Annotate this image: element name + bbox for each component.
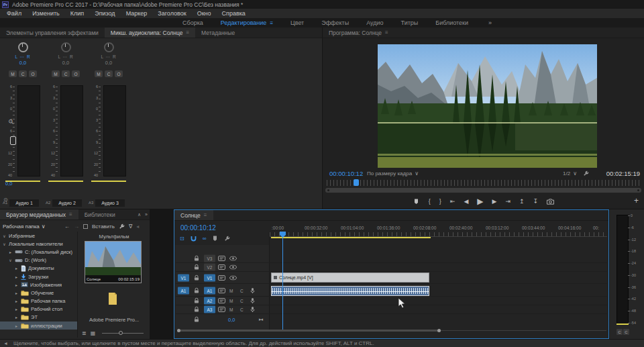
fader-handle[interactable]	[10, 136, 16, 145]
track-target-v3[interactable]: V3	[204, 255, 215, 262]
add-marker-button[interactable]	[413, 199, 420, 205]
play-button[interactable]: ▶	[477, 197, 483, 205]
workspace-tab[interactable]: Аудио	[366, 19, 383, 26]
menu-item[interactable]: Заголовок	[152, 10, 191, 17]
thumbnail-size-slider[interactable]	[102, 333, 144, 334]
collapse-icon[interactable]: ∧	[138, 212, 141, 217]
lock-icon[interactable]	[194, 256, 199, 262]
workspace-tab[interactable]: Сборка	[182, 19, 203, 26]
panel-menu-icon[interactable]: ≡	[186, 30, 189, 36]
tree-item[interactable]: ▸Рабочая папка	[0, 297, 77, 305]
tree-chevron-icon[interactable]: ▸	[8, 250, 13, 254]
timeline-video-clip[interactable]: Солнце.mp4 [V]	[271, 272, 429, 283]
playback-resolution-select[interactable]: 1/2∨	[563, 170, 577, 177]
tree-item[interactable]: ▸C: (Локальный диск)	[0, 248, 77, 256]
program-scrollbar[interactable]	[325, 188, 641, 193]
mute-button[interactable]: М	[229, 299, 233, 303]
workspace-tab[interactable]: Цвет	[290, 19, 304, 26]
folder-item-icon[interactable]	[107, 292, 118, 305]
channel-name-box[interactable]: Аудио 3	[95, 199, 125, 207]
panel-edge-icon[interactable]: ◂	[136, 224, 139, 230]
track-target-a2[interactable]: A2	[204, 297, 215, 305]
nest-toggle-icon[interactable]: ⊡	[180, 236, 184, 242]
channel-name-box[interactable]: Аудио 1	[9, 199, 39, 207]
tree-chevron-icon[interactable]: ▸	[14, 299, 19, 303]
linked-selection-icon[interactable]: ∞	[203, 236, 207, 242]
track-target-v1[interactable]: V1	[204, 274, 215, 281]
mute-button[interactable]: М	[229, 307, 233, 312]
channel-button[interactable]: М	[95, 70, 103, 77]
lock-icon[interactable]	[194, 288, 199, 294]
track-target-a1[interactable]: A1	[204, 287, 215, 295]
tree-item[interactable]: ▸Обучение	[0, 289, 77, 297]
panel-menu-icon[interactable]: ≡	[204, 212, 207, 218]
tree-chevron-icon[interactable]: ▸	[14, 324, 19, 328]
timeline-ruler[interactable]: :00:0000:00:32:0000:01:04:0000:01:36:000…	[270, 226, 607, 232]
tree-chevron-icon[interactable]: ▸	[14, 266, 19, 270]
mixer-tab[interactable]: Микш. аудиоклипа: Солнце≡	[105, 28, 195, 38]
tree-item[interactable]: ▸ЭТ	[0, 313, 77, 321]
workspace-tab[interactable]: Титры	[401, 19, 419, 26]
timeline-ruler-ticks[interactable]	[270, 232, 607, 237]
mixer-settings-icon[interactable]: ⊙	[3, 197, 8, 203]
menu-item[interactable]: Изменить	[27, 10, 65, 17]
sync-lock-icon[interactable]	[218, 256, 225, 261]
channel-button[interactable]: С	[105, 70, 113, 77]
lock-icon[interactable]	[194, 317, 199, 323]
sync-lock-icon[interactable]	[218, 275, 225, 281]
tree-item[interactable]: ∨Локальные накопители	[0, 240, 77, 248]
program-current-timecode[interactable]: 00:00:10:12	[329, 170, 363, 177]
mixer-tab[interactable]: Метаданные	[195, 28, 241, 38]
button-editor-add-icon[interactable]: +	[634, 196, 639, 205]
channel-button[interactable]: О	[29, 70, 37, 77]
tree-item[interactable]: ▸Загрузки	[0, 272, 77, 281]
pan-value[interactable]: 0,0	[90, 60, 127, 66]
master-gain-value[interactable]: 0,0	[228, 317, 235, 323]
channel-name-box[interactable]: Аудио 2	[52, 199, 82, 207]
export-frame-button[interactable]	[547, 199, 554, 205]
sync-lock-icon[interactable]	[218, 288, 225, 293]
panel-menu-icon[interactable]: ≡	[385, 30, 388, 36]
menu-item[interactable]: Клип	[65, 10, 89, 17]
status-back-icon[interactable]: ◄	[3, 341, 8, 346]
source-patch-v1[interactable]: V1	[178, 274, 189, 281]
timeline-settings-icon[interactable]	[224, 236, 230, 242]
overflow-icon[interactable]: »	[145, 212, 148, 217]
lock-icon[interactable]	[194, 264, 199, 270]
tree-item[interactable]: ▸Документы	[0, 264, 77, 272]
workspace-overflow-icon[interactable]: »	[488, 19, 492, 26]
browser-tab[interactable]: Браузер медиаданных≡	[0, 209, 78, 219]
tree-item[interactable]: ▸Изображения	[0, 281, 77, 289]
pan-knob[interactable]	[18, 42, 28, 52]
menu-item[interactable]: Маркер	[121, 10, 153, 17]
tree-chevron-icon[interactable]: ∨	[2, 242, 7, 246]
extract-button[interactable]: ↧	[533, 199, 539, 205]
sync-lock-icon[interactable]	[218, 307, 225, 312]
menu-item[interactable]: Справка	[217, 10, 251, 17]
slider-handle[interactable]	[119, 331, 123, 335]
tree-item[interactable]: ▸иллюстрации	[0, 321, 77, 330]
voiceover-record-icon[interactable]	[250, 298, 255, 304]
go-to-out-button[interactable]: ⇥	[506, 199, 511, 205]
channel-button[interactable]: С	[19, 70, 27, 77]
step-forward-button[interactable]: ▶	[492, 199, 497, 205]
tree-chevron-icon[interactable]: ∨	[2, 234, 7, 238]
pan-value[interactable]: 0,0	[47, 60, 85, 66]
meter-solo-left-button[interactable]: С	[616, 329, 623, 335]
solo-button[interactable]: С	[240, 289, 244, 293]
zoom-level-select[interactable]: По размеру кадра∨	[367, 170, 419, 177]
workspace-menu-icon[interactable]: ≡	[270, 20, 273, 26]
clip-thumbnail[interactable]: Солнце 00:02:15:19	[85, 241, 142, 283]
scrollbar-dot-left[interactable]	[177, 329, 180, 332]
channel-button[interactable]: О	[115, 70, 123, 77]
timeline-audio-clip[interactable]	[271, 286, 429, 296]
timeline-scrollbar[interactable]	[177, 329, 606, 332]
tree-item[interactable]: ∨D: (Work)	[0, 256, 77, 264]
mark-in-button[interactable]: {	[429, 199, 431, 205]
track-target-a3[interactable]: A3	[204, 306, 215, 313]
add-marker-icon[interactable]	[212, 236, 218, 242]
tree-chevron-icon[interactable]: ▸	[14, 283, 19, 287]
source-patch-a1[interactable]: A1	[178, 287, 189, 295]
tree-chevron-icon[interactable]: ▸	[14, 275, 19, 279]
tree-item[interactable]: ▸Рабочий стол	[0, 305, 77, 313]
